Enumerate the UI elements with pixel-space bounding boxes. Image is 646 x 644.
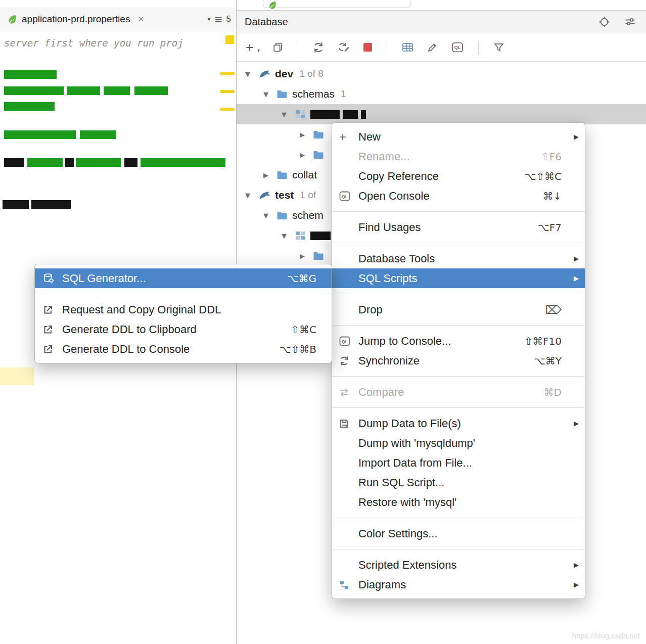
menu-item-compare[interactable]: Compare ⌘D <box>332 382 585 402</box>
error-stripe-mark[interactable] <box>225 35 234 44</box>
shortcut: ⇧F6 <box>541 151 562 163</box>
menu-separator <box>332 549 585 549</box>
stop-button[interactable] <box>363 43 372 52</box>
chevron-down-icon[interactable]: ▼ <box>282 111 295 118</box>
console-button[interactable]: QL <box>451 42 464 53</box>
redacted-text-block <box>4 130 76 139</box>
menu-item-drop[interactable]: Drop ⌦ <box>332 300 585 319</box>
settings-sliders-icon[interactable] <box>624 17 636 27</box>
menu-separator <box>332 243 585 243</box>
menu-item-rename[interactable]: Rename... ⇧F6 <box>332 147 585 166</box>
duplicate-button[interactable] <box>272 42 283 53</box>
menu-item-database-tools[interactable]: Database Tools ▶ <box>332 249 585 268</box>
submenu-arrow-icon: ▶ <box>569 561 579 569</box>
menu-item-new[interactable]: + New ▶ <box>332 127 585 147</box>
menu-item-request-copy-original-ddl[interactable]: Request and Copy Original DDL <box>35 300 332 319</box>
shortcut: ⌥⇧⌘C <box>524 170 562 182</box>
menu-separator <box>332 407 585 408</box>
tree-node-schemas[interactable]: ▼ schemas 1 <box>237 84 646 104</box>
chevron-right-icon[interactable]: ▶ <box>263 171 276 179</box>
menu-item-label: Dump Data to File(s) <box>358 417 562 430</box>
menu-item-label: Copy Reference <box>358 170 512 183</box>
redacted-text-block <box>4 70 57 79</box>
tree-node-badge: 1 <box>341 88 346 100</box>
locate-icon[interactable] <box>598 16 610 28</box>
chevron-down-icon[interactable]: ▼ <box>245 70 258 78</box>
tab-application-prd-properties[interactable]: application-prd.properties ✕ <box>0 7 150 31</box>
redacted-text-block <box>124 158 137 167</box>
menu-item-generate-ddl-to-console[interactable]: Generate DDL to Console ⌥⇧⌘B <box>35 339 332 359</box>
tab-bar-controls: ▾ ≡ 5 <box>207 13 236 25</box>
menu-item-label: Compare <box>358 386 532 399</box>
menu-separator <box>332 325 585 326</box>
chevron-down-icon[interactable]: ▼ <box>245 192 258 199</box>
chevron-down-icon[interactable]: ▼ <box>263 90 276 98</box>
console-icon: QL <box>339 191 358 201</box>
diagram-icon <box>339 580 358 590</box>
menu-item-generate-ddl-to-clipboard[interactable]: Generate DDL to Clipboard ⇧⌘C <box>35 319 332 339</box>
tree-node-label: test <box>275 189 294 201</box>
add-button[interactable]: +▾ <box>246 42 259 53</box>
submenu-arrow-icon: ▶ <box>569 581 579 588</box>
export-ddl-icon <box>43 305 62 315</box>
plus-icon: + <box>339 130 358 144</box>
redacted-text-block <box>4 158 24 167</box>
error-stripe-mark[interactable] <box>220 90 235 93</box>
menu-item-label: Generate DDL to Clipboard <box>62 323 279 336</box>
redacted-text-block <box>4 86 64 95</box>
chevron-right-icon[interactable]: ▶ <box>300 131 313 139</box>
ide-window: application-prd.properties ✕ ▾ ≡ 5 serve… <box>0 0 646 644</box>
error-stripe-mark[interactable] <box>220 108 235 111</box>
redacted-text-block <box>134 86 168 95</box>
menu-item-diagrams[interactable]: Diagrams ▶ <box>332 575 585 594</box>
svg-text:QL: QL <box>454 45 461 50</box>
menu-item-label: Request and Copy Original DDL <box>62 303 316 316</box>
chevron-right-icon[interactable]: ▶ <box>300 252 313 260</box>
chevron-down-icon[interactable]: ▾ <box>207 15 211 23</box>
redacted-text-block <box>65 158 74 167</box>
tree-node-schema-selected[interactable]: ▼ <box>237 104 646 124</box>
menu-item-label: Find Usages <box>358 221 526 234</box>
menu-item-dump-with-mysqldump[interactable]: Dump with 'mysqldump' <box>332 433 585 453</box>
menu-item-sql-scripts[interactable]: SQL Scripts ▶ <box>332 268 585 288</box>
tree-node-label: schemas <box>292 88 335 100</box>
tab-title: application-prd.properties <box>22 14 130 25</box>
mysql-dolphin-icon <box>258 68 270 79</box>
menu-item-label: Drop <box>358 303 533 316</box>
edit-button[interactable] <box>427 42 438 53</box>
menu-item-run-sql-script[interactable]: Run SQL Script... <box>332 473 585 492</box>
chevron-down-icon[interactable]: ▼ <box>282 232 295 240</box>
refresh-button[interactable] <box>313 42 324 53</box>
submit-refresh-button[interactable] <box>338 42 350 53</box>
schema-icon <box>295 109 306 119</box>
menu-item-copy-reference[interactable]: Copy Reference ⌥⇧⌘C <box>332 166 585 186</box>
redacted-text-block <box>80 130 116 139</box>
menu-item-find-usages[interactable]: Find Usages ⌥F7 <box>332 217 585 237</box>
menu-item-synchronize[interactable]: Synchronize ⌥⌘Y <box>332 351 585 371</box>
chevron-right-icon[interactable]: ▶ <box>300 151 313 159</box>
error-stripe-mark[interactable] <box>220 72 235 75</box>
menu-item-dump-data-to-files[interactable]: Dump Data to File(s) ▶ <box>332 413 585 433</box>
close-icon[interactable]: ✕ <box>137 15 144 24</box>
menu-item-import-data-from-file[interactable]: Import Data from File... <box>332 453 585 473</box>
menu-item-open-console[interactable]: QL Open Console ⌘↓ <box>332 186 585 206</box>
delete-forward-icon: ⌦ <box>545 303 562 316</box>
menu-item-restore-with-mysql[interactable]: Restore with 'mysql' <box>332 492 585 512</box>
table-data-button[interactable] <box>402 42 413 53</box>
submenu-arrow-icon: ▶ <box>569 133 579 141</box>
menu-item-sql-generator[interactable]: SQL Generator... ⌥⌘G <box>35 268 332 288</box>
folder-icon <box>276 211 288 220</box>
menu-item-scripted-extensions[interactable]: Scripted Extensions ▶ <box>332 555 585 575</box>
menu-item-color-settings[interactable]: Color Settings... <box>332 524 585 543</box>
chevron-down-icon[interactable]: ▼ <box>263 212 276 219</box>
menu-item-label: Run SQL Script... <box>358 476 562 489</box>
hidden-tabs-icon[interactable]: ≡ <box>214 13 223 25</box>
menu-item-jump-to-console[interactable]: QL Jump to Console... ⇧⌘F10 <box>332 331 585 351</box>
save-icon <box>339 419 358 429</box>
tree-node-dev[interactable]: ▼ dev 1 of 8 <box>237 64 646 84</box>
run-config-widget-partial[interactable] <box>263 0 410 8</box>
tree-node-label: dev <box>275 68 293 80</box>
submenu-arrow-icon: ▶ <box>569 255 579 262</box>
filter-button[interactable] <box>493 42 504 53</box>
menu-item-label: Jump to Console... <box>358 335 512 348</box>
